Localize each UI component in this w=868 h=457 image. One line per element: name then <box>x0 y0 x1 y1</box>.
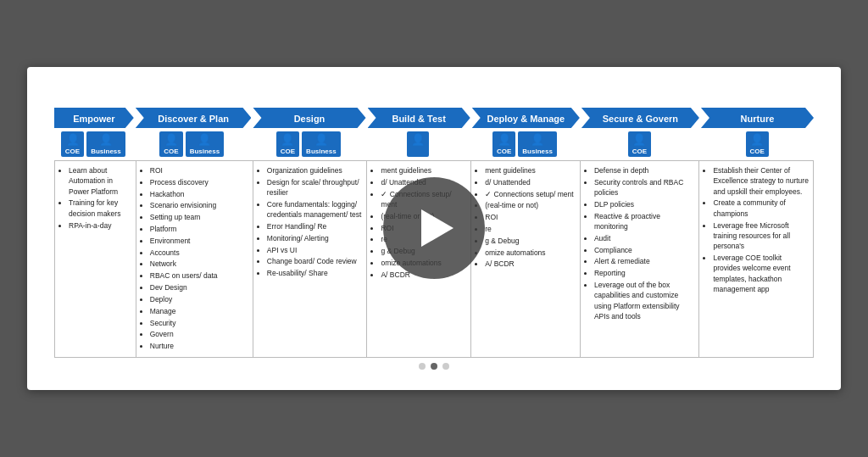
phase-header-secure: Secure & Govern <box>581 108 699 128</box>
phase-header-design: Design <box>253 108 365 128</box>
phase-header-empower: Empower <box>54 108 134 128</box>
role-badge-design: 👤COE <box>276 131 299 157</box>
role-badge-deploy: 👤COE <box>492 131 515 157</box>
list-item: Network <box>150 259 249 269</box>
list-item: omize automations <box>485 248 576 258</box>
list-item: Security controls and RBAC policies <box>594 177 695 198</box>
role-badge-empower: 👤COE <box>61 131 84 157</box>
content-col-discover: ROIProcess discoveryHackathonScenario en… <box>136 161 253 357</box>
role-badge-nurture: 👤COE <box>746 131 769 157</box>
list-item: Error Handling/ Re <box>267 221 364 231</box>
list-item: Deploy <box>150 294 249 304</box>
content-col-design: Organization guidelinesDesign for scale/… <box>253 161 368 357</box>
list-item: Defense in depth <box>594 165 695 176</box>
list-item: g & Debug <box>485 236 576 246</box>
list-item: Reactive & proactive monitoring <box>594 211 695 232</box>
list-item: Scenario envisioning <box>150 200 249 210</box>
role-badge-empower: 👤Business <box>86 131 125 157</box>
phase-header-deploy: Deploy & Manage <box>472 108 580 128</box>
badge-wrap-buildtest: 👤 <box>367 130 470 159</box>
list-item: Govern <box>150 329 249 339</box>
list-item: Process discovery <box>150 177 249 187</box>
content-col-deploy: ment guidelinesd/ Unattended✓ Connection… <box>471 161 581 357</box>
header-row: EmpowerDiscover & PlanDesignBuild & Test… <box>54 108 814 128</box>
list-item: Leverage free Microsoft training resourc… <box>713 220 810 252</box>
phase-header-buildtest: Build & Test <box>368 108 470 128</box>
badge-wrap-discover: 👤COE👤Business <box>134 130 250 159</box>
role-badge-discover: 👤Business <box>186 131 225 157</box>
list-item: Organization guidelines <box>267 165 364 176</box>
list-item: Audit <box>594 233 695 243</box>
list-item: Alert & remediate <box>594 256 695 266</box>
list-item: RBAC on users/ data <box>150 270 249 281</box>
role-badge-secure: 👤COE <box>628 131 651 157</box>
list-item: Leverage COE toolkit provides welcome ev… <box>713 253 810 294</box>
slide-container: EmpowerDiscover & PlanDesignBuild & Test… <box>27 67 841 390</box>
list-item: Learn about Automation in Power Platform <box>69 165 132 197</box>
list-item: Platform <box>150 224 249 234</box>
badge-row: 👤COE👤Business👤COE👤Business👤COE👤Business👤… <box>54 130 814 159</box>
phase-header-discover: Discover & Plan <box>136 108 252 128</box>
list-item: ment guidelines <box>381 165 467 176</box>
list-item: A/ BCDR <box>485 259 576 269</box>
video-play-button[interactable] <box>383 177 485 279</box>
list-item: d/ Unattended <box>485 177 576 187</box>
role-badge-design: 👤Business <box>302 131 341 157</box>
list-item: Hackathon <box>150 189 249 199</box>
list-item: ment guidelines <box>485 165 576 176</box>
list-item: Training for key decision makers <box>69 198 132 219</box>
badge-wrap-empower: 👤COE👤Business <box>54 130 132 159</box>
badge-wrap-secure: 👤COE <box>581 130 699 159</box>
list-item: Setting up team <box>150 212 249 222</box>
list-item: Manage <box>150 306 249 316</box>
list-item: Design for scale/ throughput/ resilier <box>267 177 364 198</box>
list-item: Re-usability/ Share <box>267 268 364 278</box>
list-item: API vs UI <box>267 245 364 255</box>
list-item: (real-time or not) <box>485 200 576 210</box>
content-col-nurture: Establish their Center of Excellence str… <box>699 161 813 357</box>
list-item: Accounts <box>150 248 249 258</box>
list-item: Create a community of champions <box>713 198 810 219</box>
list-item: Reporting <box>594 268 695 278</box>
list-item: Security <box>150 318 249 328</box>
list-item: re <box>485 224 576 234</box>
list-item: Dev Design <box>150 282 249 293</box>
list-item: Compliance <box>594 245 695 255</box>
badge-wrap-deploy: 👤COE👤Business <box>470 130 578 159</box>
badge-wrap-design: 👤COE👤Business <box>252 130 365 159</box>
content-col-empower: Learn about Automation in Power Platform… <box>55 161 136 357</box>
slide-dot-0[interactable] <box>419 363 426 370</box>
list-item: Monitoring/ Alerting <box>267 233 364 243</box>
list-item: Leverage out of the box capabilities and… <box>594 280 695 321</box>
list-item: Change board/ Code review <box>267 256 364 266</box>
list-item: ROI <box>485 212 576 222</box>
play-icon <box>421 209 453 247</box>
role-badge-deploy: 👤Business <box>518 131 557 157</box>
role-badge-discover: 👤COE <box>159 131 182 157</box>
list-item: Environment <box>150 236 249 246</box>
list-item: RPA-in-a-day <box>69 220 132 231</box>
badge-wrap-nurture: 👤COE <box>700 130 814 159</box>
list-item: Establish their Center of Excellence str… <box>713 165 810 197</box>
list-item: Core fundamentals: logging/ credentials … <box>267 199 364 220</box>
list-item: Nurture <box>150 341 249 351</box>
content-col-secure: Defense in depthSecurity controls and RB… <box>581 161 699 357</box>
slide-dots <box>54 363 814 370</box>
phase-header-nurture: Nurture <box>701 108 814 128</box>
slide-dot-2[interactable] <box>442 363 449 370</box>
role-badge-buildtest: 👤 <box>407 131 429 157</box>
list-item: ROI <box>150 165 249 176</box>
list-item: ✓ Connections setup/ ment <box>485 189 576 199</box>
list-item: DLP policies <box>594 199 695 209</box>
slide-dot-1[interactable] <box>431 363 437 370</box>
